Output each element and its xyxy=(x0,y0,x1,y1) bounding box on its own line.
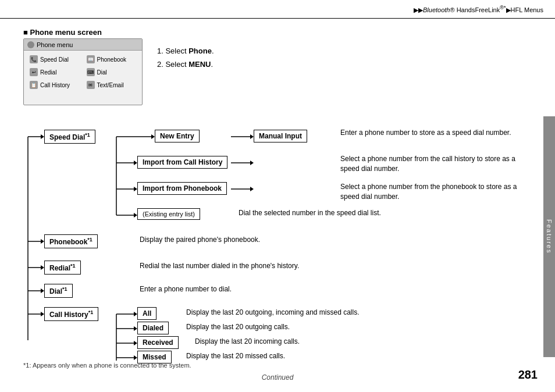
speed-dial-icon: 📞 xyxy=(30,55,38,63)
speed-dial-box: Speed Dial*1 xyxy=(44,130,95,144)
header-text: ▶▶Bluetooth® HandsFreeLink®*▶HFL Menus xyxy=(414,5,543,14)
received-desc: Display the last 20 incoming calls. xyxy=(195,337,300,345)
features-sidebar: Features xyxy=(543,116,555,357)
bluetooth-label: Bluetooth xyxy=(423,6,450,13)
page-header: ▶▶Bluetooth® HandsFreeLink®*▶HFL Menus xyxy=(0,0,555,19)
phone-screen-icon xyxy=(27,41,34,48)
diagram-container: Speed Dial*1 New Entry Manual Input Ente… xyxy=(17,125,540,369)
dial-box: Dial*1 xyxy=(44,284,73,298)
call-history-icon: 📋 xyxy=(30,81,38,89)
dialed-box: Dialed xyxy=(137,322,169,334)
hfl-menus-label: HFL Menus xyxy=(511,6,543,13)
call-history-box: Call History*1 xyxy=(44,307,98,321)
existing-entry-desc: Dial the selected number in the speed di… xyxy=(239,208,381,218)
import-call-history-box: Import from Call History xyxy=(137,156,227,169)
manual-input-desc: Enter a phone number to store as a speed… xyxy=(340,128,511,138)
page-number: 281 xyxy=(518,368,538,382)
sidebar-label: Features xyxy=(546,219,553,254)
phonebook-desc: Display the paired phone's phonebook. xyxy=(140,236,260,244)
new-entry-box: New Entry xyxy=(155,130,200,142)
svg-marker-35 xyxy=(250,187,254,191)
phone-screen-mockup: Phone menu 📞 Speed Dial 📖 Phonebook ↩ Re… xyxy=(23,38,143,105)
phone-screen-titlebar: Phone menu xyxy=(24,39,142,51)
manual-input-box: Manual Input xyxy=(254,130,307,142)
menu-item-redial: ↩ Redial xyxy=(26,66,83,79)
arrow2: ▶ xyxy=(506,6,511,13)
all-desc: Display the last 20 outgoing, incoming a… xyxy=(186,308,360,316)
menu-item-speed-dial: 📞 Speed Dial xyxy=(26,53,83,66)
dialed-desc: Display the last 20 outgoing calls. xyxy=(186,323,290,331)
phone-screen-title: Phone menu xyxy=(37,41,73,48)
import-phonebook-desc: Select a phone number from the phonebook… xyxy=(340,182,521,202)
menu-item-text-email: ✉ Text/Email xyxy=(83,79,140,91)
footnote: *1: Appears only when a phone is connect… xyxy=(23,362,191,369)
dial-desc: Enter a phone number to dial. xyxy=(140,285,232,293)
redial-desc: Redial the last number dialed in the pho… xyxy=(140,262,299,270)
dial-icon: ⌨ xyxy=(87,68,95,76)
section-title: Phone menu screen xyxy=(23,28,102,37)
svg-marker-33 xyxy=(250,161,254,165)
all-box: All xyxy=(137,307,156,320)
registered-symbol: ® xyxy=(450,6,454,13)
header-arrows: ▶▶ xyxy=(414,6,423,13)
phonebook-icon: 📖 xyxy=(87,55,95,63)
menu-item-phonebook: 📖 Phonebook xyxy=(83,53,140,66)
instructions: 1. Select Phone. 2. Select MENU. xyxy=(157,44,214,72)
phone-screen-body: 📞 Speed Dial 📖 Phonebook ↩ Redial ⌨ Dial… xyxy=(24,51,142,94)
import-phonebook-box: Import from Phonebook xyxy=(137,182,227,195)
phonebook-box: Phonebook*1 xyxy=(44,234,98,248)
instruction-step1: 1. Select Phone. xyxy=(157,44,214,58)
missed-desc: Display the last 20 missed calls. xyxy=(186,352,285,360)
instruction-step2: 2. Select MENU. xyxy=(157,58,214,71)
text-email-icon: ✉ xyxy=(87,81,95,89)
menu-item-dial: ⌨ Dial xyxy=(83,66,140,79)
redial-box: Redial*1 xyxy=(44,261,81,275)
menu-item-call-history: 📋 Call History xyxy=(26,79,83,91)
footer-continued: Continued xyxy=(262,373,294,382)
existing-entry-box: (Existing entry list) xyxy=(137,208,200,220)
handsfreelink-label: HandsFreeLink xyxy=(457,6,500,13)
superscript: ®* xyxy=(500,5,506,10)
redial-icon: ↩ xyxy=(30,68,38,76)
import-call-history-desc: Select a phone number from the call hist… xyxy=(340,154,521,174)
received-box: Received xyxy=(137,336,179,349)
